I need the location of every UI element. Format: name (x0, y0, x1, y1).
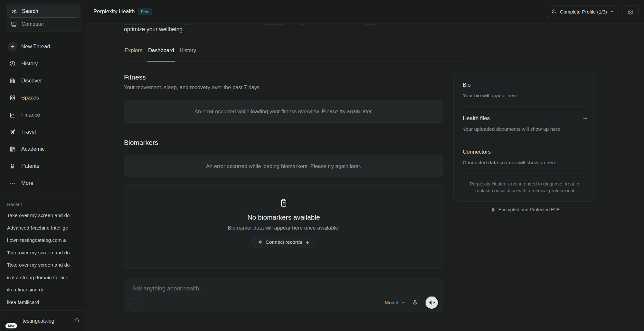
avatar-image (6, 315, 6, 321)
connectors-title: Connectors (463, 149, 491, 155)
model-selector[interactable]: Model (385, 300, 405, 306)
recent-thread[interactable]: Advanced Machine Intellige (7, 222, 84, 234)
tab-dashboard[interactable]: Dashboard (147, 44, 175, 61)
history-icon (8, 59, 17, 69)
encryption-note: Encrypted and Protected E2E (453, 207, 597, 212)
mode-search[interactable]: Search (7, 5, 80, 18)
composer: Model (124, 279, 443, 313)
voice-mode-button[interactable] (425, 296, 439, 309)
mode-computer[interactable]: Computer (7, 18, 80, 31)
connectors-empty-text: Connected data sources will show up here (463, 160, 588, 166)
encryption-note-text: Encrypted and Protected E2E (498, 207, 560, 212)
sidebar-item-label: Patents (21, 163, 39, 169)
medical-disclaimer: Perplexity Health is not intended to dia… (463, 174, 588, 194)
empty-state-title: No biomarkers available (247, 213, 320, 221)
computer-icon (10, 21, 17, 27)
perplexity-logo-icon (11, 8, 18, 14)
intro-text: optimize your wellbeing. (124, 26, 184, 33)
sidebar-item-travel[interactable]: Travel (0, 123, 85, 140)
clipped-text-fragment (264, 24, 284, 25)
tab-history[interactable]: History (179, 44, 197, 61)
chevron-down-icon (401, 300, 405, 305)
username: testingcatalog (23, 318, 54, 324)
microphone-icon[interactable] (412, 299, 418, 306)
recent-thread[interactable]: Take over my screen and do (7, 247, 84, 259)
clipped-text-fragment (184, 24, 190, 25)
page-title: Perplexity Health (93, 8, 135, 15)
health-files-title: Health files (463, 115, 490, 122)
user-check-icon (551, 9, 557, 14)
recent-thread[interactable]: Take over my screen and do (7, 209, 84, 222)
recent-thread[interactable]: Take over my screen and do (7, 259, 84, 271)
add-bio-button[interactable] (582, 82, 588, 88)
sidebar-nav: New Thread History Discover Spaces (0, 38, 85, 192)
clipboard-icon (279, 198, 289, 208)
model-label: Model (385, 300, 398, 306)
connect-records-button[interactable]: Connect records (252, 236, 316, 248)
bio-title: Bio (463, 82, 471, 88)
spaces-icon (8, 93, 17, 103)
composer-actions: Model (385, 296, 439, 309)
biomarkers-empty-card: No biomarkers available Biomarker data w… (124, 184, 443, 269)
biomarkers-error-text: An error occurred while loading biomarke… (206, 163, 361, 169)
complete-profile-button[interactable]: Complete Profile (1/3) (547, 5, 619, 18)
avatar[interactable]: Max (6, 316, 17, 326)
clipped-text-fragment (124, 24, 143, 25)
recent-threads-list: Take over my screen and do Advanced Mach… (7, 209, 84, 308)
sidebar-item-label: Discover (21, 78, 42, 84)
recent-thread[interactable]: is it a strong domain for ai n (7, 271, 84, 284)
recent-thread[interactable]: ikea familicard (7, 296, 84, 309)
fitness-section-subtitle: Your movement, sleep, and recovery over … (124, 84, 260, 90)
sidebar-item-label: Spaces (21, 95, 39, 101)
connect-records-label: Connect records (266, 239, 302, 245)
sidebar-item-label: Academic (21, 146, 44, 152)
sidebar-item-discover[interactable]: Discover (0, 72, 85, 89)
sidebar-item-label: History (21, 61, 38, 67)
tab-explore[interactable]: Explore (124, 44, 143, 61)
ask-health-input[interactable] (132, 285, 332, 292)
biomarkers-section-title: Biomarkers (124, 139, 158, 147)
perplexity-health-app: Search Computer New Thread History (0, 0, 644, 331)
chevron-down-icon (610, 9, 614, 14)
more-icon (8, 178, 17, 188)
gear-icon (627, 8, 634, 15)
clipped-text-fragment (300, 24, 305, 25)
mode-switcher: Search Computer (6, 4, 81, 32)
tab-bar: Explore Dashboard History (124, 44, 469, 61)
recent-thread[interactable]: i own testingcatalog.com a (7, 234, 84, 247)
sidebar: Search Computer New Thread History (0, 0, 85, 331)
topbar-actions: Complete Profile (1/3) (547, 5, 639, 18)
waveform-icon (429, 299, 435, 306)
settings-button[interactable] (622, 5, 639, 18)
sidebar-item-label: Finance (21, 112, 40, 118)
recent-thread[interactable]: ikea finansing de (7, 284, 84, 296)
bell-icon[interactable] (74, 318, 80, 324)
sidebar-item-more[interactable]: More (0, 175, 85, 192)
add-health-file-button[interactable] (582, 116, 588, 121)
clipped-text-fragment (365, 24, 378, 25)
fitness-section-title: Fitness (124, 73, 146, 81)
academic-icon (8, 144, 17, 154)
travel-icon (8, 127, 17, 137)
plus-icon (305, 240, 310, 245)
finance-icon (8, 110, 17, 120)
sidebar-item-label: Travel (21, 129, 36, 135)
attach-button[interactable] (128, 298, 139, 309)
sidebar-item-patents[interactable]: Patents (0, 157, 85, 175)
sidebar-item-new-thread[interactable]: New Thread (0, 38, 85, 55)
sidebar-item-spaces[interactable]: Spaces (0, 89, 85, 106)
user-account-row[interactable]: Max testingcatalog (0, 310, 85, 331)
sidebar-item-academic[interactable]: Academic (0, 140, 85, 157)
health-files-empty-text: Your uploaded documents will show up her… (463, 126, 588, 132)
avatar-badge: Max (5, 323, 18, 329)
sidebar-item-history[interactable]: History (0, 55, 85, 72)
add-connector-button[interactable] (582, 149, 588, 155)
patents-icon (8, 161, 17, 171)
empty-state-subtitle: Biomarker data will appear here once ava… (228, 225, 340, 231)
profile-side-panel: Bio Your bio will appear here Health fil… (453, 73, 597, 202)
perplexity-logo-icon (258, 240, 263, 245)
bio-empty-text: Your bio will appear here (463, 93, 588, 99)
sidebar-item-finance[interactable]: Finance (0, 106, 85, 123)
complete-profile-label: Complete Profile (1/3) (560, 9, 607, 14)
plus-icon (8, 42, 17, 52)
